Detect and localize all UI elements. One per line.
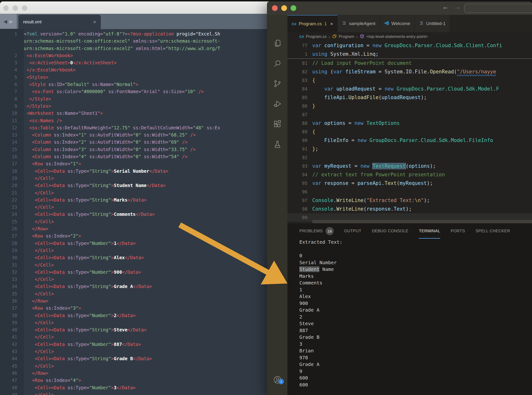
code-line: 1<?xml version="1.0" encoding="utf-8"?><… [0,30,272,37]
terminal-line: Steve [299,320,532,327]
tab-untitled-1[interactable]: Untitled-1 [415,15,450,32]
left-traffic-lights [3,5,27,11]
tab-problem-badge: 1 [324,21,327,27]
extensions-icon[interactable] [273,120,282,128]
editor-tab-bar: C#Program.cs1×sampleAgentWelcomeUntitled… [288,15,532,32]
terminal-line [299,246,532,252]
terminal-line: Grade A [299,307,532,313]
code-line: 44 <Cell><Data ss:Type="String">Grade B<… [0,355,272,362]
panel-tab-terminal[interactable]: TERMINAL [419,224,440,239]
minimize-window-button[interactable] [13,5,18,11]
tab-label: Untitled-1 [426,21,445,26]
code-line: 22 <Cell><Data ss:Type="String">Marks</D… [0,196,272,203]
code-line: 98Console.WriteLine(response.Text); [288,205,532,213]
code-line: 1using System.Xml.Linq; [288,50,532,58]
code-line: 24 <Cell><Data ss:Type="String">Comments… [0,211,272,218]
code-line: 19 </Cell> [0,175,272,182]
code-line: 97Console.WriteLine("Extracted Text:\n")… [288,196,532,205]
code-line: 10 <Worksheet ss:Name="Sheet1"> [0,110,272,117]
terminal-line: Student Name [299,266,532,273]
breadcrumb-item[interactable]: <top-level-statements-entry-point> [366,34,428,39]
close-tab-icon[interactable]: × [93,19,96,25]
code-line: 32 <Cell><Data ss:Type="Number">900</Dat… [0,269,272,276]
horizontal-scrollbar[interactable] [312,220,532,223]
code-line: 3 <x:ActiveSheet>0</x:ActiveSheet> [0,59,272,66]
left-tab-strip: ◀ ▶ result.xml × [0,14,272,29]
code-line: 33 </Cell> [0,276,272,283]
panel-tab-problems[interactable]: PROBLEMS19 [299,224,334,239]
panel-tab-ports[interactable]: PORTS [451,224,465,239]
back-arrow-icon[interactable]: ← [442,3,449,11]
code-line: 43 </Cell> [0,348,272,355]
code-line: 84 var uploadRequest = new GroupDocs.Par… [288,85,532,93]
code-line: 77var configuration = new GroupDocs.Pars… [288,41,532,50]
code-line: 88var options = new TextOptions [288,119,532,127]
zoom-window-button[interactable] [291,5,296,11]
tab-sampleagent[interactable]: sampleAgent [338,15,380,32]
close-tab-icon[interactable]: × [330,21,333,27]
breadcrumb-item[interactable]: Program.cs [306,34,327,39]
terminal-output[interactable]: Extracted Text:0Serial NumberStudent Nam… [288,239,532,395]
forward-arrow-icon[interactable]: → [454,3,460,11]
minimize-window-button[interactable] [281,5,287,11]
code-line: 28 <Cell><Data ss:Type="Number">1</Data> [0,240,272,247]
close-window-button[interactable] [272,5,278,11]
symbol-icon [360,34,365,40]
panel-tab-bar: PROBLEMS19OUTPUTDEBUG CONSOLETERMINALPOR… [288,224,532,239]
tab-back-icon[interactable]: ◀ [4,19,7,24]
zoom-window-button[interactable] [22,5,27,11]
account-icon[interactable]: 1 [273,375,282,384]
code-line: 81// Load input PowerPoint document [288,59,532,67]
code-line: 7 <ss:Font ss:Color="#000000" ss:FontNam… [0,88,272,95]
panel-tab-output[interactable]: OUTPUT [344,224,361,239]
terminal-line: 1 [299,286,532,293]
tab-label: Welcome [391,21,410,26]
code-line: 89{ [288,127,532,136]
breadcrumb[interactable]: C#Program.cs›Program›<top-level-statemen… [288,32,532,41]
left-window-titlebar[interactable] [0,1,272,14]
testing-icon[interactable] [273,140,282,149]
csharp-icon: C# [299,34,304,39]
command-center-searchbox[interactable] [464,4,532,13]
code-line: 14 <Column ss:Index="2" ss:AutoFitWidth=… [0,138,272,146]
code-line: 17 <Row ss:Index="1"> [0,160,272,167]
breadcrumb-item[interactable]: Program [339,34,354,39]
panel-tab-debug-console[interactable]: DEBUG CONSOLE [372,224,409,239]
tab-result-xml[interactable]: result.xml × [18,15,101,29]
code-line: 87 [288,110,532,119]
terminal-line: Grade B [299,334,532,341]
source-control-icon[interactable] [273,79,282,88]
panel-tab-spell-checker[interactable]: SPELL CHECKER [476,224,510,239]
code-line: 20 <Cell><Data ss:Type="String">Student … [0,182,272,189]
explorer-icon[interactable] [273,39,282,47]
code-line: 15 <Column ss:Index="3" ss:AutoFitWidth=… [0,146,272,153]
code-line: 95var response = parseApi.Text(myRequest… [288,179,532,187]
code-line: 92 [288,153,532,162]
code-line: 18 <Cell><Data ss:Type="String">Serial N… [0,167,272,175]
vscode-titlebar[interactable]: ← → [267,1,532,15]
terminal-line: 600 [299,374,532,381]
activity-bar: 1 [267,15,288,395]
close-window-button[interactable] [3,5,9,11]
terminal-line: Serial Number [299,259,532,266]
terminal-line: Marks [299,273,532,280]
xml-code-area[interactable]: 1<?xml version="1.0" encoding="utf-8"?><… [0,30,272,395]
tab-welcome[interactable]: Welcome [380,15,415,32]
code-line: 36 </Row> [0,297,272,304]
code-line: 13 <Column ss:Index="1" ss:AutoFitWidth=… [0,131,272,138]
panel-tab-label: DEBUG CONSOLE [372,229,409,233]
code-line: 40 <Cell><Data ss:Type="String">Steve</D… [0,326,272,333]
tab-program-cs[interactable]: C#Program.cs1× [288,15,338,32]
terminal-line: 9 [299,368,532,375]
breadcrumb-separator: › [356,34,358,39]
code-line: 23 </Cell> [0,203,272,211]
run-debug-icon[interactable] [273,99,282,108]
code-line: 94// extract text from PowerPoint presen… [288,170,532,179]
problems-count-badge: 19 [326,227,334,235]
vscode-traffic-lights [272,5,296,11]
csharp-code-editor[interactable]: 77var configuration = new GroupDocs.Pars… [288,41,532,224]
search-icon[interactable] [273,59,282,68]
tab-forward-icon[interactable]: ▶ [10,19,13,24]
terminal-line: Brian [299,347,532,354]
terminal-line: 3 [299,341,532,348]
